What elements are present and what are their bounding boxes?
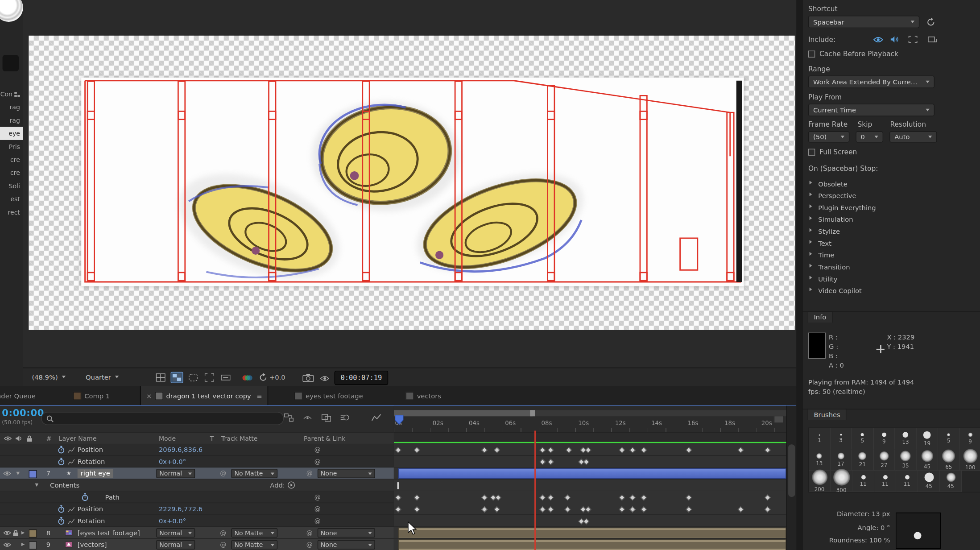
composition-mini-flowchart-icon[interactable] <box>282 412 295 423</box>
contents-row[interactable]: ▼ Contents Add: <box>0 480 394 492</box>
current-time-indicator-head[interactable] <box>395 415 404 425</box>
brush-preset-9[interactable]: 9 <box>873 428 895 450</box>
brush-preset-19[interactable]: 19 <box>917 428 938 450</box>
panel-tab-stub[interactable] <box>3 55 19 71</box>
category-simulation[interactable]: Simulation <box>808 212 971 224</box>
pick-whip-icon[interactable]: @ <box>314 491 321 503</box>
parent-pick-whip-icon[interactable]: @ <box>306 527 313 539</box>
left-rail-item-est[interactable]: est <box>0 193 23 206</box>
category-video-copilot[interactable]: Video Copilot <box>808 284 971 296</box>
time-marker[interactable] <box>397 482 399 488</box>
expand-arrow-icon[interactable]: ▶ <box>21 539 25 550</box>
preview-timecode[interactable]: 0:00:07:19 <box>335 371 389 385</box>
graph-icon[interactable] <box>67 506 75 513</box>
col-t[interactable]: T <box>210 433 214 445</box>
stopwatch-icon[interactable] <box>58 517 65 525</box>
keyframe-diamond[interactable] <box>585 447 591 453</box>
left-rail-item-Con[interactable]: Con <box>0 87 23 100</box>
left-rail-item-cre[interactable]: cre <box>0 153 23 166</box>
stopwatch-icon[interactable] <box>58 446 65 454</box>
layer-name[interactable]: [eyes test footage] <box>78 527 140 539</box>
region-of-interest-icon[interactable] <box>203 372 215 383</box>
property-value[interactable]: 2069.6,836.6 <box>159 444 203 456</box>
keyframe-diamond[interactable] <box>585 506 591 512</box>
brush-preset-200[interactable]: 200 <box>809 471 831 492</box>
include-overlays-icon[interactable] <box>908 36 918 43</box>
keyframe-diamond[interactable] <box>494 447 500 453</box>
keyframe-diamond[interactable] <box>686 447 692 453</box>
keyframe-diamond[interactable] <box>686 506 692 512</box>
layer-bar-eyes-test-footage[interactable] <box>398 528 786 538</box>
include-audio-icon[interactable] <box>890 36 899 43</box>
keyframe-diamond[interactable] <box>481 494 488 500</box>
video-toggle-icon[interactable] <box>3 471 11 476</box>
brush-preset-11[interactable]: 11 <box>896 471 918 492</box>
brush-roundness[interactable]: Roundness: 100 % <box>815 536 890 544</box>
parent-dropdown[interactable]: None <box>318 528 375 538</box>
keyframe-diamond[interactable] <box>641 494 647 500</box>
keyframe-diamond[interactable] <box>583 459 589 465</box>
video-toggle-icon[interactable] <box>3 542 11 548</box>
brush-preset-11[interactable]: 11 <box>874 471 896 492</box>
property-name[interactable]: Rotation <box>78 456 105 468</box>
tab-dragon-1-test-vector-copy[interactable]: × dragon 1 test vector copy ≡ <box>140 386 269 405</box>
lock-icon[interactable] <box>12 529 19 536</box>
expand-arrow-icon[interactable]: ▼ <box>35 480 38 492</box>
tab-eyes-test-footage[interactable]: eyes test footage <box>289 386 368 405</box>
current-time-display[interactable]: 0:00:00 <box>2 408 44 419</box>
show-snapshot-icon[interactable] <box>318 372 331 384</box>
graph-icon[interactable] <box>67 517 75 525</box>
skip-dropdown[interactable]: 0 <box>856 131 883 142</box>
keyframe-diamond[interactable] <box>686 494 692 500</box>
include-video-icon[interactable] <box>873 36 883 43</box>
keyframe-diamond[interactable] <box>481 447 488 453</box>
keyframe-diamond[interactable] <box>539 447 546 453</box>
track-matte-dropdown[interactable]: No Matte <box>231 469 277 478</box>
category-perspective[interactable]: Perspective <box>808 189 971 201</box>
tab-render-queue[interactable]: nder Queue <box>0 386 41 405</box>
stopwatch-icon[interactable] <box>81 493 89 501</box>
cache-before-playback-checkbox[interactable] <box>808 51 815 58</box>
time-ruler[interactable]: 0s02s04s06s08s10s12s14s16s18s20s <box>394 405 786 432</box>
keyframe-diamond[interactable] <box>495 494 501 500</box>
parent-dropdown[interactable]: None <box>318 540 375 550</box>
range-dropdown[interactable]: Work Area Extended By Current ... <box>808 76 935 88</box>
keyframe-diamond[interactable] <box>395 494 401 500</box>
shy-layers-icon[interactable] <box>301 412 314 423</box>
contents-label[interactable]: Contents <box>50 480 79 492</box>
col-track-matte[interactable]: Track Matte <box>221 433 257 445</box>
layer-bar-right-eye[interactable] <box>398 468 786 479</box>
keyframe-diamond[interactable] <box>619 447 625 453</box>
keyframe-diamond[interactable] <box>641 506 647 512</box>
property-name[interactable]: Position <box>78 503 103 515</box>
layer-row-eyes-test-footage[interactable]: ▶ 8 [eyes test footage] Normal @ No Matt… <box>0 527 394 539</box>
left-rail-item-rag[interactable]: rag <box>0 101 23 114</box>
keyframe-diamond[interactable] <box>548 494 554 500</box>
blend-mode-dropdown[interactable]: Normal <box>156 540 195 550</box>
motion-blur-icon[interactable] <box>339 412 351 423</box>
keyframe-diamond[interactable] <box>566 447 572 453</box>
layer-bar-vectors[interactable] <box>398 539 786 550</box>
brush-preset-45[interactable]: 45 <box>917 450 938 471</box>
mask-visibility-icon[interactable] <box>187 372 199 383</box>
full-screen-checkbox[interactable] <box>808 149 815 156</box>
col-layer-name[interactable]: Layer Name <box>59 433 97 445</box>
property-name[interactable]: Path <box>105 491 119 503</box>
category-utility[interactable]: Utility <box>808 272 971 284</box>
resolution-preview-dropdown[interactable]: Auto <box>889 131 937 142</box>
left-rail-item-eye[interactable]: eye <box>0 127 23 140</box>
left-rail-item-rect[interactable]: rect <box>0 206 23 219</box>
info-panel-tab[interactable]: Info <box>807 311 832 323</box>
category-text[interactable]: Text <box>808 236 971 248</box>
choose-grid-guides-icon[interactable] <box>154 372 167 383</box>
layer-name[interactable]: right eye <box>78 469 113 478</box>
magnification-dropdown[interactable]: (48.9%) <box>32 373 65 381</box>
layer-row-right-eye[interactable]: ▼ 7 ★ right eye Normal @ No Matte @ None <box>0 467 394 480</box>
keyframe-diamond[interactable] <box>414 494 420 500</box>
keyframe-diamond[interactable] <box>539 459 546 465</box>
reset-exposure-icon[interactable] <box>257 372 269 383</box>
keyframe-diamond[interactable] <box>629 494 636 500</box>
brush-preset-9[interactable]: 9 <box>960 428 980 450</box>
parent-dropdown[interactable]: None <box>318 469 375 478</box>
property-name[interactable]: Rotation <box>78 515 105 527</box>
